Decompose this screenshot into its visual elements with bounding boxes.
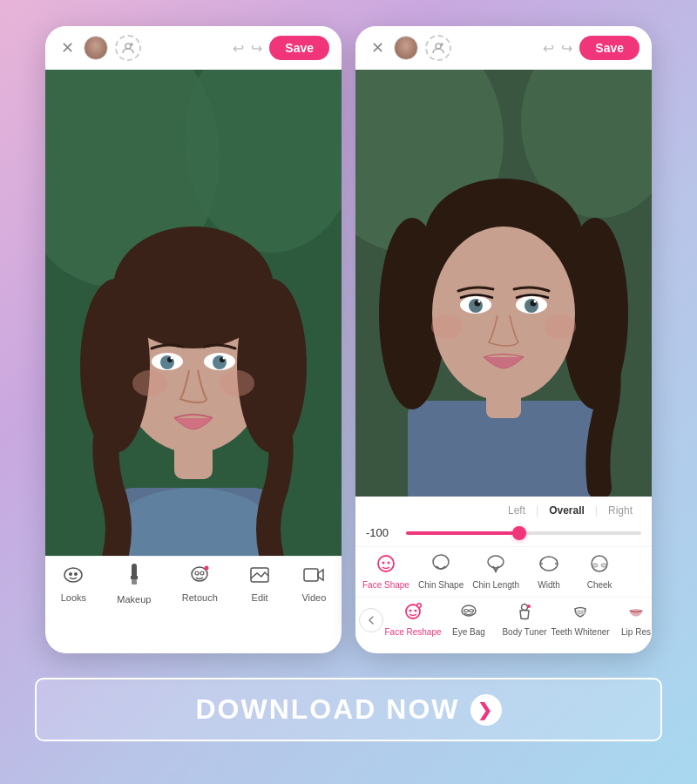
svg-point-69 — [592, 564, 598, 567]
edit-label: Edit — [252, 592, 268, 603]
phone-left: ✕ ↩ ↪ Save — [45, 26, 342, 653]
svg-point-59 — [534, 301, 537, 303]
makeup-icon — [127, 564, 141, 591]
width-label: Width — [538, 580, 560, 590]
photo-left-image — [45, 70, 342, 556]
eye-bag-icon — [459, 603, 478, 625]
tools-row: Face Shape Chin Shape Ch — [355, 546, 652, 597]
slider-fill — [406, 531, 519, 535]
svg-rect-30 — [132, 579, 137, 585]
toolbar-looks[interactable]: Looks — [61, 565, 86, 603]
svg-point-63 — [433, 555, 449, 569]
category-face-reshape[interactable]: Face Reshape — [387, 603, 439, 637]
teeth-whitener-icon — [571, 603, 590, 625]
svg-rect-82 — [579, 611, 582, 614]
width-icon — [538, 554, 559, 578]
redo-button-right[interactable]: ↪ — [561, 40, 572, 57]
slider-track[interactable] — [406, 531, 641, 535]
undo-redo-left: ↩ ↪ — [233, 40, 262, 57]
category-lip-res[interactable]: Lip Res — [610, 603, 652, 637]
tool-face-shape[interactable]: Face Shape — [359, 552, 413, 591]
teeth-whitener-label: Teeth Whitener — [551, 627, 609, 637]
toolbar-makeup[interactable]: Makeup — [117, 564, 151, 605]
photo-area-right — [355, 70, 652, 497]
retouch-icon — [188, 565, 211, 590]
svg-point-72 — [409, 610, 412, 612]
phone-left-header: ✕ ↩ ↪ Save — [45, 26, 342, 70]
looks-icon — [62, 565, 85, 590]
eye-bag-label: Eye Bag — [452, 627, 485, 637]
svg-point-70 — [601, 564, 606, 567]
category-row: Face Reshape Eye Bag — [355, 597, 652, 642]
save-button-left[interactable]: Save — [269, 36, 329, 60]
face-reshape-icon — [403, 603, 423, 625]
svg-point-32 — [195, 571, 199, 575]
edit-icon — [248, 565, 271, 590]
slider-value: -100 — [366, 526, 399, 539]
body-tuner-label: Body Tuner — [502, 627, 546, 637]
close-button-right[interactable]: ✕ — [368, 38, 387, 57]
video-label: Video — [301, 592, 326, 603]
face-reshape-label: Face Reshape — [384, 627, 441, 637]
phone-right-header: ✕ ↩ ↪ Save — [355, 26, 652, 70]
chin-length-icon — [485, 554, 506, 578]
toolbar-retouch[interactable]: Retouch — [182, 565, 218, 603]
add-person-right[interactable] — [425, 35, 451, 61]
close-button-left[interactable]: ✕ — [58, 38, 77, 57]
cheek-icon — [589, 554, 610, 578]
svg-rect-37 — [304, 569, 318, 581]
lip-res-label: Lip Res — [621, 627, 651, 637]
avatar-right[interactable] — [394, 36, 418, 60]
save-button-right[interactable]: Save — [579, 36, 639, 60]
category-teeth-whitener[interactable]: Teeth Whitener — [554, 603, 606, 637]
svg-point-64 — [488, 556, 504, 568]
svg-point-77 — [464, 610, 469, 612]
category-body-tuner[interactable]: Body Tuner — [498, 603, 551, 637]
download-banner[interactable]: DOWNLOAD NOW ❯ — [35, 678, 662, 741]
svg-rect-83 — [582, 611, 585, 614]
download-text: DOWNLOAD NOW ❯ — [195, 693, 501, 726]
svg-point-62 — [387, 562, 389, 564]
toolbar-left: Looks Makeup — [45, 556, 342, 613]
toolbar-edit[interactable]: Edit — [248, 565, 271, 603]
slider-thumb[interactable] — [512, 526, 526, 540]
undo-button-right[interactable]: ↩ — [543, 40, 554, 57]
svg-point-25 — [64, 568, 82, 582]
photo-area-left — [45, 70, 342, 556]
retouch-label: Retouch — [182, 592, 218, 603]
svg-point-73 — [415, 610, 417, 612]
chin-shape-label: Chin Shape — [418, 580, 464, 590]
svg-point-49 — [432, 226, 575, 401]
video-icon — [302, 565, 325, 590]
avatar-left[interactable] — [84, 36, 108, 60]
tool-cheek[interactable]: Cheek — [575, 552, 624, 591]
back-button[interactable] — [359, 608, 383, 632]
svg-point-78 — [470, 610, 474, 612]
redo-button-left[interactable]: ↪ — [251, 40, 262, 57]
lr-tab-overall[interactable]: Overall — [540, 502, 593, 519]
svg-point-21 — [171, 357, 173, 360]
svg-point-60 — [378, 556, 394, 571]
download-label: DOWNLOAD NOW — [195, 693, 459, 726]
svg-rect-29 — [131, 576, 138, 579]
undo-button-left[interactable]: ↩ — [233, 40, 244, 57]
photo-right-image — [355, 70, 652, 497]
category-eye-bag[interactable]: Eye Bag — [443, 603, 495, 637]
lr-tab-right[interactable]: Right — [599, 502, 641, 519]
svg-point-58 — [478, 301, 481, 303]
undo-redo-right: ↩ ↪ — [543, 40, 572, 57]
add-person-left[interactable] — [115, 35, 141, 61]
face-shape-icon — [376, 554, 396, 578]
lr-sep-2: | — [593, 502, 599, 519]
svg-point-22 — [223, 357, 226, 360]
tool-chin-shape[interactable]: Chin Shape — [415, 552, 467, 591]
lr-tab-left[interactable]: Left — [499, 502, 534, 519]
svg-point-75 — [418, 605, 421, 607]
svg-point-23 — [132, 370, 167, 396]
svg-point-61 — [382, 562, 384, 564]
tool-chin-length[interactable]: Chin Length — [469, 552, 523, 591]
lip-res-icon — [626, 603, 646, 625]
tool-width[interactable]: Width — [524, 552, 573, 591]
toolbar-video[interactable]: Video — [301, 565, 326, 603]
cheek-label: Cheek — [587, 580, 612, 590]
